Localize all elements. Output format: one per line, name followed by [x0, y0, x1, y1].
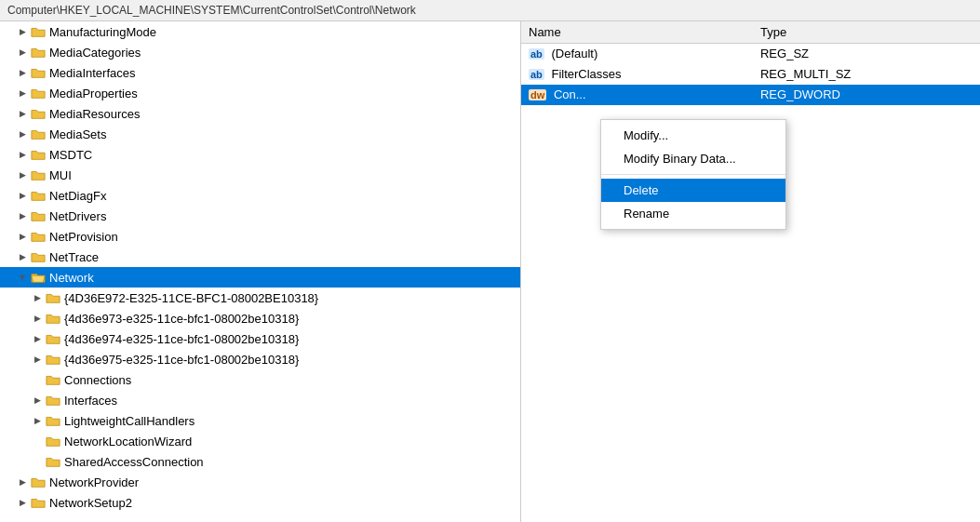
- expand-button[interactable]: [15, 127, 30, 141]
- tree-item-label: NetTrace: [49, 250, 99, 264]
- tree-item-label: MediaResources: [49, 107, 141, 121]
- tree-item-label: {4d36e974-e325-11ce-bfc1-08002be10318}: [64, 332, 299, 346]
- tree-item-label: MUI: [49, 168, 72, 182]
- tree-item-mui[interactable]: MUI: [0, 165, 520, 185]
- value-type-icon: dw: [529, 89, 546, 100]
- tree-item-lwch[interactable]: LightweightCallHandlers: [0, 410, 520, 431]
- expand-button[interactable]: [15, 208, 30, 223]
- folder-open-icon: [30, 270, 47, 285]
- tree-item-connections[interactable]: Connections: [0, 369, 520, 390]
- expand-button[interactable]: [15, 229, 30, 244]
- table-row[interactable]: dw Con...REG_DWORD: [521, 85, 980, 105]
- expand-button[interactable]: [30, 413, 45, 428]
- folder-icon: [30, 229, 47, 244]
- context-menu-item-delete[interactable]: Delete: [601, 179, 785, 202]
- expand-button[interactable]: [15, 188, 30, 203]
- tree-item-label: MediaCategories: [49, 46, 141, 60]
- folder-icon: [45, 454, 61, 469]
- tree-item-mediaproperties[interactable]: MediaProperties: [0, 83, 520, 103]
- tree-item-guid1[interactable]: {4D36E972-E325-11CE-BFC1-08002BE10318}: [0, 288, 520, 308]
- tree-item-netdrivers[interactable]: NetDrivers: [0, 206, 520, 226]
- tree-item-networkprovider[interactable]: NetworkProvider: [0, 472, 520, 492]
- tree-item-mediainterfaces[interactable]: MediaInterfaces: [0, 62, 520, 83]
- tree-item-mediasets[interactable]: MediaSets: [0, 124, 520, 144]
- expand-button[interactable]: [15, 147, 30, 162]
- value-type-cell: REG_SZ: [753, 44, 980, 64]
- folder-icon: [30, 208, 47, 223]
- tree-item-netlocationwizard[interactable]: NetworkLocationWizard: [0, 431, 520, 451]
- tree-item-label: {4d36e973-e325-11ce-bfc1-08002be10318}: [64, 312, 299, 326]
- title-bar: Computer\HKEY_LOCAL_MACHINE\SYSTEM\Curre…: [0, 0, 980, 21]
- folder-icon: [30, 167, 47, 182]
- tree-item-label: NetDrivers: [49, 209, 106, 223]
- folder-icon: [45, 290, 61, 305]
- folder-icon: [45, 372, 61, 387]
- tree-item-mediacategories[interactable]: MediaCategories: [0, 42, 520, 62]
- expand-button[interactable]: [15, 270, 30, 285]
- tree-item-manufacturing[interactable]: ManufacturingMode: [0, 21, 520, 42]
- expand-button[interactable]: [30, 311, 45, 326]
- expand-button[interactable]: [15, 86, 30, 100]
- tree-item-guid3[interactable]: {4d36e974-e325-11ce-bfc1-08002be10318}: [0, 328, 520, 349]
- folder-icon: [30, 65, 47, 80]
- table-row[interactable]: ab FilterClassesREG_MULTI_SZ: [521, 64, 980, 85]
- value-type-cell: REG_MULTI_SZ: [753, 64, 980, 85]
- tree-item-label: {4D36E972-E325-11CE-BFC1-08002BE10318}: [64, 291, 318, 305]
- tree-item-label: SharedAccessConnection: [64, 455, 204, 469]
- tree-item-label: {4d36e975-e325-11ce-bfc1-08002be10318}: [64, 353, 299, 367]
- expand-button[interactable]: [15, 45, 30, 60]
- expand-button[interactable]: [15, 495, 30, 510]
- expand-button[interactable]: [15, 475, 30, 489]
- folder-icon: [30, 188, 47, 203]
- expand-button[interactable]: [15, 106, 30, 121]
- values-table: Name Type ab (Default)REG_SZab FilterCla…: [521, 21, 980, 105]
- folder-icon: [45, 393, 61, 408]
- main-content: ManufacturingMode MediaCategories MediaI…: [0, 21, 980, 522]
- table-row[interactable]: ab (Default)REG_SZ: [521, 44, 980, 64]
- context-menu[interactable]: Modify...Modify Binary Data...DeleteRena…: [600, 119, 786, 230]
- folder-icon: [30, 106, 47, 121]
- folder-icon: [45, 352, 61, 367]
- folder-icon: [30, 249, 47, 264]
- folder-icon: [45, 413, 61, 428]
- folder-icon: [30, 24, 47, 39]
- tree-item-netdiagfx[interactable]: NetDiagFx: [0, 185, 520, 206]
- expand-button[interactable]: [15, 24, 30, 39]
- tree-item-sharedaccess[interactable]: SharedAccessConnection: [0, 451, 520, 472]
- tree-item-nettrace[interactable]: NetTrace: [0, 247, 520, 267]
- tree-item-guid2[interactable]: {4d36e973-e325-11ce-bfc1-08002be10318}: [0, 308, 520, 328]
- value-name-cell: dw Con...: [521, 85, 753, 105]
- tree-item-label: MediaProperties: [49, 87, 138, 100]
- expand-button[interactable]: [30, 393, 45, 408]
- expand-button[interactable]: [15, 65, 30, 80]
- context-menu-item-modify[interactable]: Modify...: [601, 124, 785, 147]
- value-type-icon: ab: [529, 69, 544, 80]
- context-menu-item-rename[interactable]: Rename: [601, 202, 785, 225]
- expand-button[interactable]: [30, 352, 45, 367]
- folder-icon: [30, 495, 47, 510]
- tree-item-label: NetworkSetup2: [49, 496, 132, 510]
- tree-item-interfaces[interactable]: Interfaces: [0, 390, 520, 410]
- context-menu-separator: [601, 174, 785, 175]
- tree-panel[interactable]: ManufacturingMode MediaCategories MediaI…: [0, 21, 521, 522]
- folder-icon: [30, 475, 47, 489]
- tree-item-label: Network: [49, 271, 94, 285]
- context-menu-item-modifybinary[interactable]: Modify Binary Data...: [601, 147, 785, 170]
- folder-icon: [45, 311, 61, 326]
- folder-icon: [30, 45, 47, 60]
- values-panel[interactable]: Name Type ab (Default)REG_SZab FilterCla…: [521, 21, 980, 522]
- tree-item-mediaresources[interactable]: MediaResources: [0, 103, 520, 124]
- tree-item-network[interactable]: Network: [0, 267, 520, 288]
- folder-icon: [30, 86, 47, 100]
- expand-button[interactable]: [30, 290, 45, 305]
- tree-item-networksetup2[interactable]: NetworkSetup2: [0, 492, 520, 513]
- expand-button[interactable]: [30, 331, 45, 346]
- tree-item-label: Connections: [64, 373, 131, 387]
- tree-item-msdtc[interactable]: MSDTC: [0, 144, 520, 165]
- tree-item-netprovision[interactable]: NetProvision: [0, 226, 520, 247]
- expand-button[interactable]: [15, 167, 30, 182]
- value-name-cell: ab FilterClasses: [521, 64, 753, 85]
- tree-item-label: MediaSets: [49, 127, 106, 141]
- tree-item-guid4[interactable]: {4d36e975-e325-11ce-bfc1-08002be10318}: [0, 349, 520, 369]
- expand-button[interactable]: [15, 249, 30, 264]
